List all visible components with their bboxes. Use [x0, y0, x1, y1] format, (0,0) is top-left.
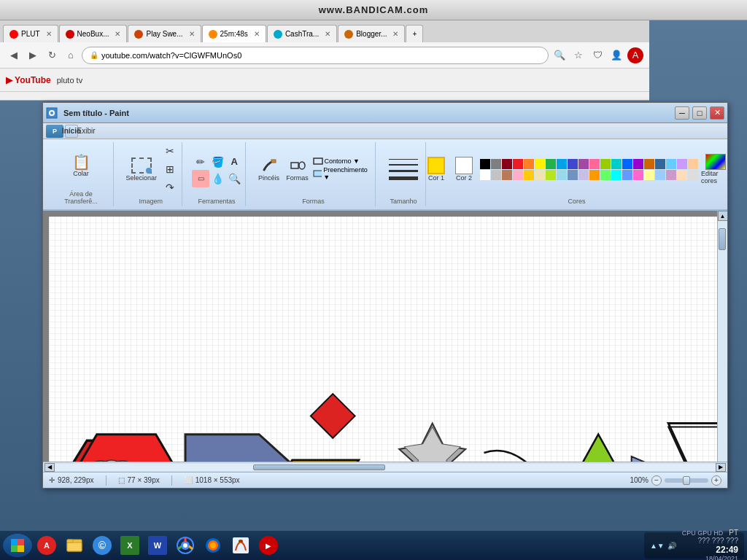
tab-blogger[interactable]: Blogger... ✕	[338, 25, 405, 42]
palette-peach[interactable]	[688, 159, 698, 169]
clock-area[interactable]: CPU GPU HD PT ??? ??? ??? 22:49 18/04/20…	[682, 529, 738, 560]
palette-gold[interactable]	[524, 170, 534, 180]
taskbar-chrome[interactable]	[172, 532, 198, 559]
minimize-button[interactable]: ─	[675, 106, 689, 120]
tab-close-cashtrans[interactable]: ✕	[325, 30, 330, 38]
back-button[interactable]: ◀	[6, 47, 22, 63]
close-button[interactable]: ✕	[710, 106, 724, 120]
search-button[interactable]: 🔍	[551, 47, 568, 63]
taskbar-paint[interactable]	[228, 532, 254, 559]
fill-button[interactable]: Preenchimento ▼	[313, 166, 371, 181]
palette-white[interactable]	[480, 170, 490, 180]
palette-cornflower[interactable]	[568, 170, 578, 180]
edit-colors-button[interactable]: Editar cores	[701, 154, 730, 184]
address-bar[interactable]: 🔒 youtube.com/watch?v=ClGWFMUnOs0	[82, 47, 549, 64]
account-button[interactable]: A	[627, 47, 643, 63]
canvas-container[interactable]: ▲ ▼	[43, 211, 727, 462]
palette-amber[interactable]	[589, 170, 600, 180]
palette-yellow[interactable]	[535, 159, 545, 169]
new-tab-button[interactable]: +	[406, 25, 423, 42]
crop-button[interactable]: ✂	[161, 142, 179, 160]
palette-lightgray[interactable]	[491, 170, 501, 180]
tab-plut[interactable]: PLUT ✕	[3, 25, 58, 42]
palette-red[interactable]	[513, 159, 523, 169]
palette-pink[interactable]	[589, 159, 600, 169]
tab-close-blogger[interactable]: ✕	[392, 30, 398, 38]
avatar-button[interactable]: 👤	[608, 47, 624, 63]
tab-close-playswe[interactable]: ✕	[189, 30, 195, 38]
size-line-4[interactable]	[389, 176, 418, 180]
taskbar-files[interactable]	[61, 532, 88, 559]
vscroll-up[interactable]: ▲	[718, 211, 728, 221]
palette-lightpink[interactable]	[513, 170, 523, 180]
language-indicator[interactable]: PT	[729, 529, 738, 537]
palette-aqua[interactable]	[611, 170, 622, 180]
palette-blue[interactable]	[568, 159, 578, 169]
hscroll-right[interactable]: ▶	[716, 463, 726, 472]
tab-close-plut[interactable]: ✕	[46, 30, 52, 38]
palette-thistle[interactable]	[578, 170, 589, 180]
taskbar-firefox[interactable]	[200, 532, 226, 559]
palette-gray[interactable]	[491, 159, 501, 169]
tray-sound[interactable]: 🔊	[667, 542, 676, 550]
outline-button[interactable]: Contorno ▼	[313, 158, 371, 165]
palette-lightyellow[interactable]	[644, 170, 654, 180]
taskbar-antivirus[interactable]: A	[34, 532, 60, 559]
palette-silver[interactable]	[688, 170, 698, 180]
vscroll-thumb[interactable]	[719, 228, 726, 250]
qat-view-tab[interactable]: Exibir	[80, 125, 93, 138]
palette-lightblue[interactable]	[557, 159, 567, 169]
palette-chartreuse[interactable]	[546, 170, 556, 180]
palette-babyblue[interactable]	[655, 170, 665, 180]
size-line-1[interactable]	[389, 159, 418, 160]
palette-magenta[interactable]	[633, 170, 643, 180]
tab-cashtrans[interactable]: CashTra... ✕	[267, 25, 337, 42]
home-button[interactable]: ⌂	[63, 47, 79, 63]
zoom-thumb[interactable]	[683, 476, 690, 485]
brushes-button[interactable]: Pincéis	[256, 156, 282, 183]
palette-green[interactable]	[546, 159, 556, 169]
cor1-button[interactable]: Cor 1	[423, 155, 449, 183]
hscroll-thumb[interactable]	[253, 464, 385, 470]
palette-cobalt[interactable]	[622, 159, 632, 169]
reload-button[interactable]: ↻	[44, 47, 60, 63]
zoom-out-button[interactable]: −	[651, 475, 662, 486]
paint-menu-button[interactable]: P	[46, 125, 63, 138]
paint-canvas[interactable]	[49, 217, 720, 462]
palette-violet[interactable]	[633, 159, 643, 169]
rotate-button[interactable]: ↷	[161, 179, 179, 196]
taskbar-word[interactable]: W	[144, 532, 171, 559]
palette-cream[interactable]	[535, 170, 545, 180]
palette-orange[interactable]	[524, 159, 534, 169]
clock[interactable]: 22:49	[716, 545, 738, 555]
palette-purple[interactable]	[578, 159, 589, 169]
palette-mauve[interactable]	[666, 170, 676, 180]
palette-skyblue[interactable]	[666, 159, 676, 169]
resize-button[interactable]: ⊞	[161, 160, 179, 178]
palette-brown[interactable]	[644, 159, 654, 169]
palette-periwinkle[interactable]	[622, 170, 632, 180]
palette-lavender[interactable]	[677, 159, 687, 169]
tab-close-timer[interactable]: ✕	[254, 30, 260, 38]
eraser-tool[interactable]: ▭	[192, 170, 209, 187]
qat-home-tab[interactable]: Início	[65, 125, 78, 138]
hscroll-left[interactable]: ◀	[44, 463, 55, 472]
tab-neobux[interactable]: NeoBux... ✕	[59, 25, 128, 42]
maximize-button[interactable]: □	[692, 106, 707, 120]
magnifier-tool[interactable]: 🔍	[225, 170, 243, 187]
forward-button[interactable]: ▶	[25, 47, 41, 63]
taskbar-comodo[interactable]: ©	[89, 532, 115, 559]
palette-steel[interactable]	[655, 159, 665, 169]
horizontal-scrollbar[interactable]: ◀ ▶	[43, 462, 727, 472]
text-tool[interactable]: A	[225, 153, 243, 171]
palette-tan[interactable]	[502, 170, 512, 180]
cor2-button[interactable]: Cor 2	[451, 155, 477, 183]
fill-tool[interactable]: 🪣	[209, 153, 226, 171]
tab-playswe[interactable]: Play Swe... ✕	[128, 25, 201, 42]
shapes-button[interactable]: Formas	[285, 156, 311, 183]
tab-timer[interactable]: 25m:48s ✕	[202, 25, 266, 42]
paste-button[interactable]: 📋 Colar	[68, 153, 94, 179]
size-line-3[interactable]	[389, 170, 418, 172]
taskbar-media[interactable]: ▶	[255, 532, 282, 559]
palette-powder[interactable]	[557, 170, 567, 180]
